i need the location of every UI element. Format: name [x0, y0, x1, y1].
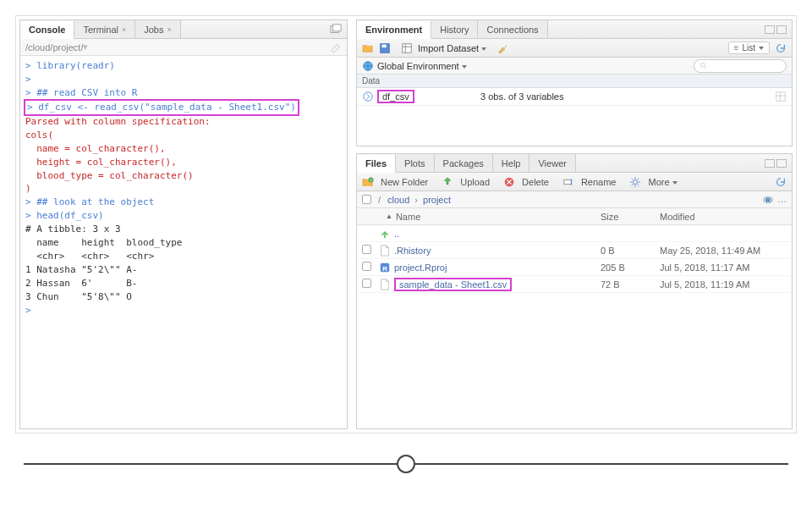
refresh-icon[interactable] [775, 42, 787, 54]
svg-rect-1 [333, 24, 342, 30]
view-mode-list[interactable]: ≡List [728, 41, 770, 54]
breadcrumb-segment[interactable]: cloud [387, 195, 409, 205]
new-folder-button[interactable]: New Folder [381, 177, 428, 187]
file-name[interactable]: sample_data - Sheet1.csv [394, 278, 601, 291]
col-modified[interactable]: Modified [660, 212, 787, 222]
upload-button[interactable]: Upload [460, 177, 490, 187]
pane-controls[interactable] [765, 159, 787, 168]
file-modified: May 25, 2018, 11:49 AM [660, 246, 787, 256]
env-variable-row[interactable]: df_csv 3 obs. of 3 variables [357, 88, 792, 106]
env-toolbar: Import Dataset ≡List [357, 39, 792, 58]
svg-text:R: R [765, 196, 770, 202]
file-name[interactable]: .. [394, 229, 601, 239]
svg-line-29 [638, 178, 639, 179]
file-row[interactable]: .. [357, 225, 792, 242]
load-workspace-icon[interactable] [362, 42, 374, 54]
save-workspace-icon[interactable] [379, 42, 391, 54]
delete-icon[interactable] [503, 176, 515, 188]
env-search[interactable] [694, 59, 787, 73]
console-line: > library(readr) [25, 59, 342, 73]
tab-environment[interactable]: Environment [357, 21, 431, 39]
file-name[interactable]: project.Rproj [394, 262, 601, 273]
tab-history[interactable]: History [431, 20, 478, 38]
select-all-checkbox[interactable] [362, 195, 371, 204]
console-line: > [25, 304, 342, 318]
files-toolbar: + New Folder Upload Delete Rename More [357, 173, 792, 191]
rename-button[interactable]: Rename [581, 177, 617, 187]
svg-line-27 [638, 184, 639, 185]
file-name[interactable]: .Rhistory [394, 246, 601, 256]
files-tabbar: Files Plots Packages Help Viewer [357, 154, 792, 173]
env-tabbar: Environment History Connections [357, 20, 792, 39]
svg-line-28 [632, 184, 634, 185]
env-scope-bar: Global Environment [357, 58, 792, 75]
file-type-icon [379, 228, 391, 240]
col-size[interactable]: Size [601, 212, 660, 222]
upload-icon[interactable] [442, 176, 453, 188]
import-dataset-button[interactable]: Import Dataset [418, 43, 486, 53]
files-pane: Files Plots Packages Help Viewer + New F… [356, 153, 793, 429]
file-size: 205 B [601, 262, 660, 273]
clear-console-icon[interactable] [330, 41, 342, 53]
console-line: > [25, 73, 342, 86]
file-row[interactable]: .Rhistory0 BMay 25, 2018, 11:49 AM [357, 242, 792, 259]
file-checkbox[interactable] [362, 279, 371, 288]
tab-help[interactable]: Help [493, 154, 530, 172]
file-type-icon [379, 245, 391, 257]
environment-pane: Environment History Connections Import D… [356, 19, 793, 146]
breadcrumb-segment[interactable]: project [423, 195, 451, 205]
env-body: Data df_csv 3 obs. of 3 variables [357, 75, 792, 146]
expand-icon[interactable] [362, 91, 374, 102]
files-breadcrumb: / cloud › project R … [357, 191, 792, 208]
tab-jobs[interactable]: Jobs× [135, 20, 181, 38]
console-path: /cloud/project/ [25, 42, 83, 52]
tab-viewer[interactable]: Viewer [529, 154, 575, 172]
file-row[interactable]: sample_data - Sheet1.csv72 BJul 5, 2018,… [357, 276, 792, 293]
tab-connections[interactable]: Connections [478, 20, 547, 38]
svg-point-21 [634, 179, 638, 184]
delete-button[interactable]: Delete [522, 177, 549, 187]
console-pane: Console Terminal× Jobs× /cloud/project/ … [19, 19, 348, 429]
env-var-desc: 3 obs. of 3 variables [480, 91, 775, 102]
env-scope-label[interactable]: Global Environment [377, 61, 467, 71]
more-button[interactable]: More [648, 177, 677, 187]
svg-rect-4 [403, 43, 412, 52]
close-icon[interactable]: × [122, 25, 126, 34]
console-line: 1 Natasha "5'2\"" A- [25, 263, 342, 277]
console-body[interactable]: > library(readr)>> ## read CSV into R> d… [20, 56, 347, 428]
file-size: 0 B [601, 246, 660, 256]
files-column-headers: ▲Name Size Modified [357, 208, 792, 225]
broom-icon[interactable] [497, 42, 508, 54]
console-line: > ## read CSV into R [25, 86, 342, 100]
col-name[interactable]: ▲Name [362, 212, 601, 222]
console-line: name height blood_type [25, 236, 342, 250]
tab-console[interactable]: Console [20, 21, 74, 39]
console-tabbar: Console Terminal× Jobs× [20, 20, 347, 39]
file-checkbox[interactable] [362, 245, 371, 254]
import-dataset-icon[interactable] [401, 42, 413, 54]
gear-icon[interactable] [629, 176, 641, 188]
file-row[interactable]: Rproject.Rproj205 BJul 5, 2018, 11:17 AM [357, 259, 792, 276]
console-line: <chr> <chr> <chr> [25, 250, 342, 263]
env-var-name: df_csv [382, 91, 409, 102]
popout-icon[interactable] [330, 24, 342, 36]
r-icon[interactable]: R [762, 194, 774, 206]
tab-plots[interactable]: Plots [396, 154, 434, 172]
console-line: 2 Hassan 6' B- [25, 277, 342, 290]
tab-terminal[interactable]: Terminal× [74, 20, 135, 38]
tab-packages[interactable]: Packages [435, 154, 493, 172]
rename-icon[interactable] [562, 176, 574, 188]
console-line: height = col_character(), [25, 156, 342, 169]
svg-rect-20 [564, 179, 572, 184]
tab-files[interactable]: Files [357, 155, 396, 173]
file-checkbox[interactable] [362, 262, 371, 271]
console-line: > head(df_csv) [25, 209, 342, 223]
new-folder-icon[interactable]: + [362, 176, 374, 188]
file-type-icon [379, 279, 391, 290]
close-icon[interactable]: × [167, 25, 172, 34]
grid-icon[interactable] [775, 91, 787, 102]
pane-controls[interactable] [765, 25, 787, 34]
svg-line-7 [505, 45, 508, 47]
refresh-icon[interactable] [775, 176, 787, 188]
svg-rect-3 [382, 44, 387, 47]
